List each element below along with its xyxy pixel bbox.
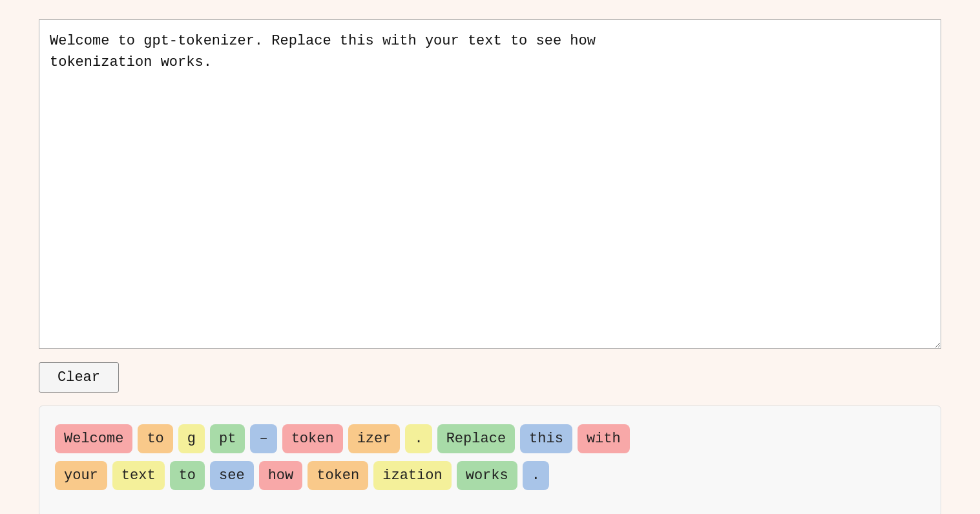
main-container: Welcome to gpt-tokenizer. Replace this w…: [39, 19, 941, 514]
token-1-7: works: [457, 461, 517, 490]
token-1-2: to: [170, 461, 205, 490]
clear-button[interactable]: Clear: [39, 362, 119, 393]
token-row-1: yourtexttoseehowtokenizationworks.: [55, 461, 925, 490]
token-0-9: this: [520, 424, 572, 453]
token-row-0: Welcometogpt–tokenizer.Replacethiswith: [55, 424, 925, 453]
token-0-1: to: [138, 424, 172, 453]
token-display: Welcometogpt–tokenizer.Replacethiswithyo…: [39, 406, 941, 514]
token-0-3: pt: [210, 424, 245, 453]
token-1-4: how: [259, 461, 303, 490]
token-1-8: .: [523, 461, 549, 490]
token-0-0: Welcome: [55, 424, 132, 453]
token-0-8: Replace: [437, 424, 515, 453]
text-input[interactable]: Welcome to gpt-tokenizer. Replace this w…: [39, 19, 941, 349]
token-1-6: ization: [373, 461, 451, 490]
token-rows-container: Welcometogpt–tokenizer.Replacethiswithyo…: [55, 424, 925, 490]
token-1-3: see: [210, 461, 254, 490]
token-0-2: g: [178, 424, 205, 453]
token-0-4: –: [250, 424, 276, 453]
token-1-0: your: [55, 461, 107, 490]
token-0-7: .: [405, 424, 432, 453]
textarea-wrapper: Welcome to gpt-tokenizer. Replace this w…: [39, 19, 941, 352]
token-1-5: token: [308, 461, 368, 490]
token-1-1: text: [112, 461, 165, 490]
token-0-5: token: [282, 424, 343, 453]
token-0-10: with: [578, 424, 630, 453]
token-0-6: izer: [348, 424, 401, 453]
